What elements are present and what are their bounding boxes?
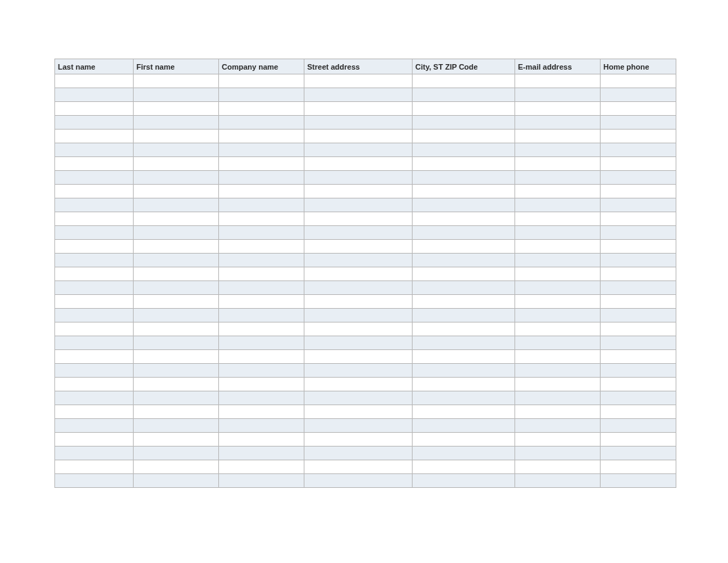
cell-first_name[interactable] [134, 171, 219, 185]
cell-phone[interactable] [601, 102, 676, 116]
cell-phone[interactable] [601, 323, 676, 336]
cell-last_name[interactable] [55, 460, 134, 474]
cell-email[interactable] [515, 88, 601, 102]
cell-first_name[interactable] [134, 254, 219, 267]
cell-street[interactable] [304, 254, 413, 267]
cell-city[interactable] [413, 212, 515, 226]
cell-street[interactable] [304, 378, 413, 391]
cell-last_name[interactable] [55, 198, 134, 212]
cell-phone[interactable] [601, 226, 676, 240]
cell-last_name[interactable] [55, 74, 134, 88]
cell-phone[interactable] [601, 240, 676, 254]
cell-email[interactable] [515, 378, 601, 391]
cell-street[interactable] [304, 295, 413, 309]
cell-email[interactable] [515, 460, 601, 474]
cell-company[interactable] [219, 405, 304, 419]
cell-last_name[interactable] [55, 309, 134, 323]
cell-company[interactable] [219, 157, 304, 171]
cell-last_name[interactable] [55, 212, 134, 226]
cell-phone[interactable] [601, 460, 676, 474]
cell-company[interactable] [219, 267, 304, 281]
cell-first_name[interactable] [134, 405, 219, 419]
cell-first_name[interactable] [134, 378, 219, 391]
cell-city[interactable] [413, 102, 515, 116]
cell-city[interactable] [413, 295, 515, 309]
cell-last_name[interactable] [55, 171, 134, 185]
cell-street[interactable] [304, 309, 413, 323]
cell-company[interactable] [219, 254, 304, 267]
cell-street[interactable] [304, 240, 413, 254]
cell-city[interactable] [413, 116, 515, 130]
cell-email[interactable] [515, 447, 601, 460]
cell-email[interactable] [515, 185, 601, 198]
cell-first_name[interactable] [134, 460, 219, 474]
cell-first_name[interactable] [134, 309, 219, 323]
cell-first_name[interactable] [134, 474, 219, 488]
cell-city[interactable] [413, 130, 515, 143]
cell-email[interactable] [515, 364, 601, 378]
cell-city[interactable] [413, 240, 515, 254]
cell-last_name[interactable] [55, 157, 134, 171]
cell-last_name[interactable] [55, 391, 134, 405]
cell-last_name[interactable] [55, 336, 134, 350]
cell-last_name[interactable] [55, 447, 134, 460]
cell-first_name[interactable] [134, 447, 219, 460]
cell-street[interactable] [304, 226, 413, 240]
cell-email[interactable] [515, 74, 601, 88]
cell-last_name[interactable] [55, 102, 134, 116]
cell-street[interactable] [304, 267, 413, 281]
cell-street[interactable] [304, 460, 413, 474]
cell-first_name[interactable] [134, 267, 219, 281]
cell-first_name[interactable] [134, 350, 219, 364]
cell-company[interactable] [219, 212, 304, 226]
cell-first_name[interactable] [134, 185, 219, 198]
cell-last_name[interactable] [55, 254, 134, 267]
cell-first_name[interactable] [134, 336, 219, 350]
cell-company[interactable] [219, 281, 304, 295]
cell-last_name[interactable] [55, 474, 134, 488]
cell-email[interactable] [515, 267, 601, 281]
cell-first_name[interactable] [134, 295, 219, 309]
cell-city[interactable] [413, 281, 515, 295]
cell-email[interactable] [515, 336, 601, 350]
cell-last_name[interactable] [55, 433, 134, 447]
cell-phone[interactable] [601, 336, 676, 350]
cell-street[interactable] [304, 171, 413, 185]
cell-first_name[interactable] [134, 323, 219, 336]
cell-phone[interactable] [601, 433, 676, 447]
cell-email[interactable] [515, 143, 601, 157]
cell-phone[interactable] [601, 185, 676, 198]
cell-last_name[interactable] [55, 240, 134, 254]
cell-street[interactable] [304, 323, 413, 336]
cell-company[interactable] [219, 364, 304, 378]
cell-city[interactable] [413, 378, 515, 391]
cell-last_name[interactable] [55, 378, 134, 391]
cell-company[interactable] [219, 226, 304, 240]
cell-city[interactable] [413, 433, 515, 447]
cell-email[interactable] [515, 116, 601, 130]
cell-phone[interactable] [601, 74, 676, 88]
cell-company[interactable] [219, 474, 304, 488]
cell-company[interactable] [219, 323, 304, 336]
cell-city[interactable] [413, 323, 515, 336]
cell-city[interactable] [413, 88, 515, 102]
cell-phone[interactable] [601, 130, 676, 143]
cell-street[interactable] [304, 130, 413, 143]
cell-phone[interactable] [601, 281, 676, 295]
cell-phone[interactable] [601, 309, 676, 323]
cell-company[interactable] [219, 198, 304, 212]
cell-street[interactable] [304, 350, 413, 364]
cell-last_name[interactable] [55, 88, 134, 102]
cell-email[interactable] [515, 171, 601, 185]
cell-street[interactable] [304, 185, 413, 198]
cell-email[interactable] [515, 391, 601, 405]
cell-street[interactable] [304, 212, 413, 226]
cell-last_name[interactable] [55, 185, 134, 198]
cell-company[interactable] [219, 433, 304, 447]
cell-city[interactable] [413, 391, 515, 405]
cell-email[interactable] [515, 350, 601, 364]
cell-street[interactable] [304, 281, 413, 295]
cell-city[interactable] [413, 419, 515, 433]
cell-first_name[interactable] [134, 240, 219, 254]
cell-street[interactable] [304, 143, 413, 157]
